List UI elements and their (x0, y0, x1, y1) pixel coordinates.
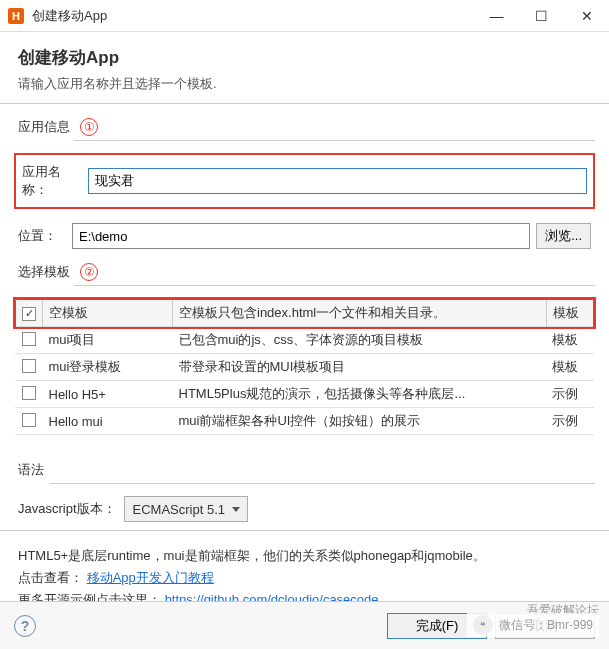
browse-button[interactable]: 浏览... (536, 223, 591, 249)
checkbox-icon[interactable] (22, 413, 36, 427)
template-name: 空模板 (43, 299, 173, 327)
marker-2-icon: ② (80, 263, 98, 281)
checkbox-icon[interactable] (22, 386, 36, 400)
table-row[interactable]: mui登录模板 带登录和设置的MUI模板项目 模板 (15, 354, 594, 381)
app-name-label: 应用名称： (22, 163, 82, 199)
js-version-label: Javascript版本： (18, 500, 116, 518)
table-row[interactable]: Hello mui mui前端框架各种UI控件（如按钮）的展示 示例 (15, 408, 594, 435)
table-row[interactable]: ✓ 空模板 空模板只包含index.html一个文件和相关目录。 模板 (15, 299, 594, 327)
content-area: 应用信息 ① 应用名称： 位置： 浏览... 选择模板 ② ✓ 空模板 空模板只… (0, 104, 609, 625)
template-type: 模板 (546, 354, 594, 381)
window-controls: — ☐ ✕ (474, 0, 609, 32)
app-name-input[interactable] (88, 168, 587, 194)
location-input[interactable] (72, 223, 530, 249)
table-row[interactable]: mui项目 已包含mui的js、css、字体资源的项目模板 模板 (15, 327, 594, 354)
template-type: 示例 (546, 408, 594, 435)
app-icon: H (8, 8, 24, 24)
template-desc: mui前端框架各种UI控件（如按钮）的展示 (173, 408, 547, 435)
group-app-info: 应用信息 ① (18, 118, 595, 136)
template-desc: 已包含mui的js、css、字体资源的项目模板 (173, 327, 547, 354)
minimize-button[interactable]: — (474, 0, 519, 32)
dialog-header: 创建移动App 请输入应用名称并且选择一个模板. (0, 32, 609, 103)
template-type: 模板 (546, 327, 594, 354)
checkbox-icon[interactable]: ✓ (22, 307, 36, 321)
checkbox-icon[interactable] (22, 359, 36, 373)
page-subtitle: 请输入应用名称并且选择一个模板. (18, 75, 591, 93)
template-name: Hello mui (43, 408, 173, 435)
js-version-select[interactable]: ECMAScript 5.1 (124, 496, 248, 522)
template-type: 示例 (546, 381, 594, 408)
template-desc: HTML5Plus规范的演示，包括摄像头等各种底层... (173, 381, 547, 408)
group-syntax: 语法 (18, 461, 595, 479)
titlebar: H 创建移动App — ☐ ✕ (0, 0, 609, 32)
checkbox-icon[interactable] (22, 332, 36, 346)
help-icon[interactable]: ? (14, 615, 36, 637)
highlight-app-name: 应用名称： (14, 153, 595, 209)
close-button[interactable]: ✕ (564, 0, 609, 32)
page-title: 创建移动App (18, 46, 591, 69)
window-title: 创建移动App (32, 7, 474, 25)
template-desc: 空模板只包含index.html一个文件和相关目录。 (173, 299, 547, 327)
template-name: mui登录模板 (43, 354, 173, 381)
template-type: 模板 (546, 299, 594, 327)
template-name: mui项目 (43, 327, 173, 354)
table-row[interactable]: Hello H5+ HTML5Plus规范的演示，包括摄像头等各种底层... 示… (15, 381, 594, 408)
maximize-button[interactable]: ☐ (519, 0, 564, 32)
watermark: ❝ 微信号：Bmr-999 (467, 613, 599, 637)
tutorial-link[interactable]: 移动App开发入门教程 (87, 570, 214, 585)
marker-1-icon: ① (80, 118, 98, 136)
template-name: Hello H5+ (43, 381, 173, 408)
group-select-template: 选择模板 ② (18, 263, 595, 281)
wechat-icon: ❝ (473, 615, 493, 635)
template-table: ✓ 空模板 空模板只包含index.html一个文件和相关目录。 模板 mui项… (14, 298, 595, 435)
location-label: 位置： (18, 227, 66, 245)
template-desc: 带登录和设置的MUI模板项目 (173, 354, 547, 381)
